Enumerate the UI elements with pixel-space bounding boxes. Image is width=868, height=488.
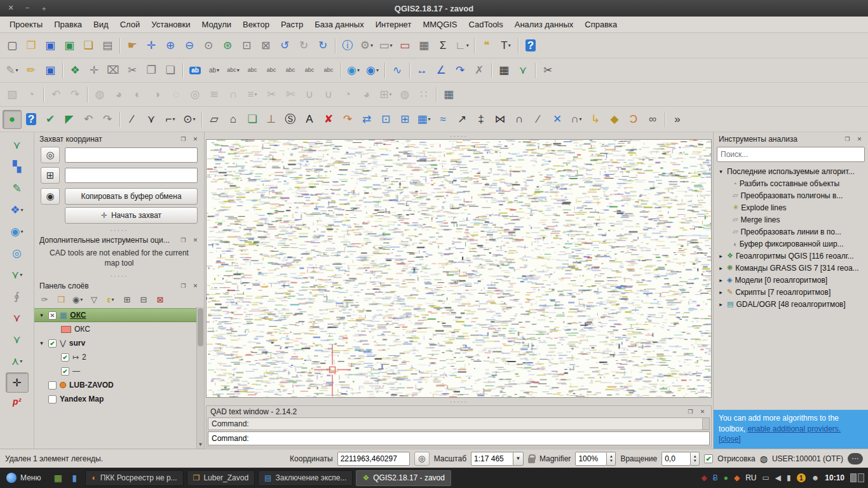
- zoom-out-icon[interactable]: ⊖: [180, 36, 199, 55]
- delete-red-tool-icon[interactable]: ✘: [319, 110, 338, 129]
- panel-float-icon[interactable]: ❐: [179, 135, 188, 144]
- expander-icon[interactable]: ▸: [717, 253, 724, 259]
- menu-item-Проекты[interactable]: Проекты: [4, 18, 48, 31]
- maximize-window-icon[interactable]: ＋: [39, 4, 48, 13]
- bluetooth-icon[interactable]: Ƀ: [713, 474, 718, 482]
- attribute-grid-tool-icon[interactable]: ▦: [439, 85, 458, 104]
- close-notification-link[interactable]: [close]: [719, 435, 741, 444]
- menu-item-Анализ данных[interactable]: Анализ данных: [509, 18, 580, 31]
- panel-float-icon[interactable]: ❐: [843, 135, 852, 144]
- coordinates-input[interactable]: [337, 452, 410, 466]
- redo-icon[interactable]: ↷: [98, 110, 117, 129]
- node-edit-tool-icon[interactable]: ⋎: [6, 135, 29, 155]
- azimuth-tool-icon[interactable]: ∠: [431, 61, 451, 80]
- blue-grid-tool-icon[interactable]: ▚: [6, 156, 29, 177]
- rectangle-tool-icon[interactable]: ⊡: [376, 110, 395, 129]
- zoom-to-selection-icon[interactable]: ⊡: [237, 36, 256, 55]
- zoom-full-icon[interactable]: ⊛: [218, 36, 237, 55]
- magnifier-spinbox[interactable]: ▲▼: [575, 452, 616, 466]
- deselect-features-icon[interactable]: ▭: [395, 36, 414, 55]
- current-edits-icon[interactable]: ✎▾: [3, 61, 22, 80]
- capture-y-input[interactable]: [65, 168, 198, 183]
- hook-tool-icon[interactable]: ∮: [6, 286, 29, 306]
- expand-all-icon[interactable]: ⊞: [119, 292, 135, 306]
- composer-manager-icon[interactable]: ▤: [98, 36, 117, 55]
- spin-arrows-icon[interactable]: ▲▼: [691, 452, 700, 466]
- menu-item-Правка[interactable]: Правка: [48, 18, 88, 31]
- expander-icon[interactable]: ▸: [717, 277, 724, 283]
- toolbox-tree-item[interactable]: ▱Преобразовать полигоны в...: [714, 189, 868, 201]
- globe-tool-icon[interactable]: ◉▾: [6, 221, 29, 241]
- taskbar-window-pkk[interactable]: ◐ПКК Росреестр не р...: [85, 470, 183, 486]
- zoom-last-icon[interactable]: ↺: [275, 36, 294, 55]
- annotation-tool-icon[interactable]: A: [300, 110, 319, 129]
- move-label-icon[interactable]: abc: [281, 61, 300, 80]
- qad-scrollbar[interactable]: [702, 418, 709, 430]
- toolbox-tree-item[interactable]: ▸❖Геоалгоритмы QGIS [116 геоалг...: [714, 250, 868, 262]
- move-feature-icon[interactable]: ✛: [85, 61, 104, 80]
- save-project-icon[interactable]: ▣: [41, 36, 60, 55]
- save-edits-icon[interactable]: ▣: [41, 61, 60, 80]
- expander-icon[interactable]: ▾: [717, 168, 724, 175]
- copy-grid-tool-icon[interactable]: ⊞: [395, 110, 414, 129]
- polygon-tool-icon[interactable]: ⌂: [224, 110, 243, 129]
- pin-labels-icon[interactable]: abc: [243, 61, 262, 80]
- layer-tree-item[interactable]: ▾✔⋁surv: [34, 336, 204, 350]
- s-curve-tool-icon[interactable]: ≈: [433, 110, 452, 129]
- mouse-position-icon[interactable]: ◎: [414, 452, 430, 466]
- coordinate-capture-tool-icon[interactable]: ✛: [6, 372, 29, 393]
- menu-item-Установки[interactable]: Установки: [146, 18, 196, 31]
- filter-expression-icon[interactable]: ε▾: [103, 292, 118, 306]
- polyline-tool-icon[interactable]: ⌐▾: [161, 110, 180, 129]
- mirror-tool-icon[interactable]: ⋈: [491, 110, 510, 129]
- security-shield-icon[interactable]: ◆: [701, 474, 707, 482]
- panel-close-icon[interactable]: ✕: [855, 135, 864, 144]
- clock[interactable]: 10:10: [825, 473, 844, 482]
- highlight-labels-icon[interactable]: abc: [262, 61, 281, 80]
- dimension-tool-icon[interactable]: ↔: [412, 61, 431, 80]
- panel-close-icon[interactable]: ✕: [191, 135, 200, 144]
- menu-item-Вид[interactable]: Вид: [88, 18, 114, 31]
- layer-tree-item[interactable]: ▾✕▦ОКС: [34, 308, 204, 322]
- pan-to-selection-icon[interactable]: ✛: [142, 36, 161, 55]
- toolbox-tree-item[interactable]: ▱Merge lines: [714, 214, 868, 226]
- panel-float-icon[interactable]: ❐: [179, 236, 188, 245]
- taskbar-window-doc[interactable]: ▤Заключение экспе...: [258, 470, 353, 486]
- change-label-icon[interactable]: abc: [319, 61, 338, 80]
- remove-layer-icon[interactable]: ⊠: [153, 292, 168, 306]
- layer-tree-item[interactable]: ✔—: [34, 364, 204, 378]
- display-icon[interactable]: ▭: [762, 474, 769, 482]
- refresh-map-icon[interactable]: ↻: [313, 36, 332, 55]
- vertex-tool-icon[interactable]: ∕: [123, 110, 142, 129]
- map-tips-icon[interactable]: ❝: [477, 36, 496, 55]
- add-group-icon[interactable]: ❒: [53, 292, 69, 306]
- expander-icon[interactable]: ▸: [717, 289, 724, 295]
- qad-command-input[interactable]: [208, 431, 710, 445]
- scroll-down-icon[interactable]: ▼: [197, 441, 204, 449]
- blue-shape-tool-icon[interactable]: ❖▾: [6, 200, 29, 220]
- node-pen-tool-icon[interactable]: ⋎: [6, 329, 29, 349]
- scale-dropdown-icon[interactable]: ▼: [513, 452, 524, 466]
- enable-providers-link[interactable]: enable additional providers.: [747, 424, 841, 433]
- layers-scrollbar[interactable]: ▼: [196, 307, 204, 449]
- feature-action-icon[interactable]: ⚙▾: [357, 36, 376, 55]
- start-capture-button[interactable]: ✛ Начать захват: [65, 207, 198, 224]
- panel-float-icon[interactable]: ❐: [179, 281, 188, 290]
- lock-scale-icon[interactable]: [528, 458, 535, 463]
- collapse-all-icon[interactable]: ⊟: [136, 292, 151, 306]
- spin-arrows-icon[interactable]: ▲▼: [607, 452, 616, 466]
- toolbox-tree-item[interactable]: ▸✎Скрипты [7 геоалгоритмов]: [714, 286, 868, 298]
- toolbox-tree-item[interactable]: ◔Разбить составные объекты: [714, 177, 868, 189]
- diamond-pen-tool-icon[interactable]: ◆: [605, 110, 624, 129]
- expander-icon[interactable]: ▸: [717, 301, 724, 308]
- node-delete-tool-icon[interactable]: ⋎: [6, 308, 29, 328]
- help-icon[interactable]: ?: [521, 36, 540, 55]
- menu-item-Модули[interactable]: Модули: [196, 18, 237, 31]
- zoom-native-icon[interactable]: ⊙: [199, 36, 218, 55]
- menu-item-Слой[interactable]: Слой: [114, 18, 146, 31]
- applications-menu-button[interactable]: Меню: [3, 470, 47, 485]
- qad-help-icon[interactable]: ?: [22, 110, 41, 129]
- scale-combo[interactable]: ▼: [471, 452, 524, 466]
- orange-curve-tool-icon[interactable]: Ɔ: [624, 110, 643, 129]
- user-menu-icon[interactable]: ☻: [811, 474, 820, 482]
